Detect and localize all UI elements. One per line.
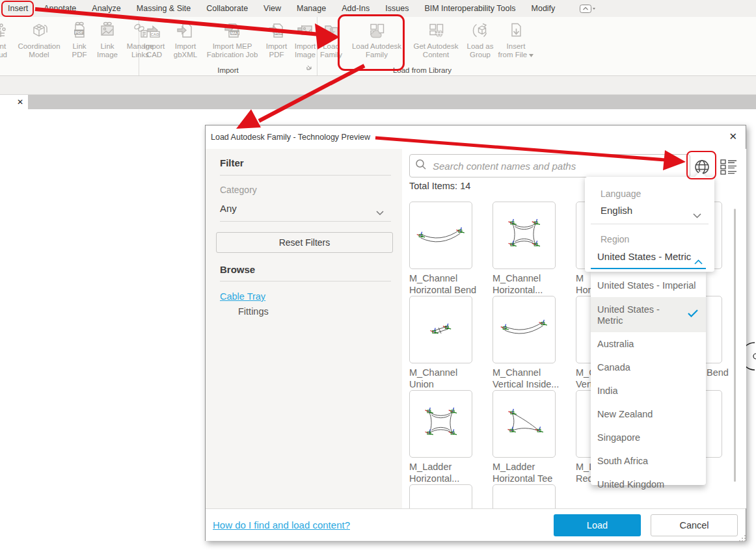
ribbon-button-import-cad[interactable]: CADImportCAD [139,19,169,59]
ribbon-button-link-image[interactable]: LinkImage [92,19,122,59]
family-card[interactable]: M_ChannelHorizontal Bend [409,202,489,296]
chevron-down-icon [376,207,384,218]
region-option-united-kingdom[interactable]: United Kingdom [591,473,706,496]
family-name-line2: Horizontal... [409,473,489,484]
ribbon-button-load-family[interactable]: LoadFamily [317,19,345,59]
language-region-popover: Language English Region United States - … [585,177,714,272]
ribbon-button-import-pdf[interactable]: PDFImportPDF [263,19,290,59]
family-name-line1: M_Channel [409,272,489,284]
total-items-label: Total Items: 14 [409,181,470,191]
tab-modify[interactable]: Modify [532,4,556,13]
browse-heading: Browse [220,264,255,275]
chevron-down-icon [693,209,701,221]
ribbon-button-import-image[interactable]: ImportImage [290,19,320,59]
family-card[interactable]: M_LadderHorizontal... [409,390,489,484]
cancel-button[interactable]: Cancel [651,514,738,536]
load-button[interactable]: Load [554,514,641,536]
ribbon-button-import-gbxml[interactable]: ImportgbXML [169,19,202,59]
family-thumbnail[interactable] [493,202,556,269]
ribbon-button-link-pdf[interactable]: PDFLinkPDF [66,19,92,59]
region-option-united-states-imperial[interactable]: United States - Imperial [591,274,706,297]
region-option-australia[interactable]: Australia [591,332,706,356]
tab-collaborate[interactable]: Collaborate [206,4,248,13]
family-thumbnail[interactable] [493,390,556,458]
tab-massing-site[interactable]: Massing & Site [137,4,191,13]
tab-annotate[interactable]: Annotate [44,4,76,13]
load-family-icon [321,19,341,42]
panel-launcher-icon[interactable] [306,61,312,73]
region-option-canada[interactable]: Canada [591,356,706,379]
family-card[interactable]: M_ChannelHorizontal... [493,202,572,296]
load-autodesk-family-icon [367,19,386,42]
region-option-south-africa[interactable]: South Africa [591,449,706,473]
family-card[interactable]: M_ChannelVertical Inside... [493,296,572,390]
help-link[interactable]: How do I find and load content? [213,519,350,530]
search-input[interactable] [431,160,684,172]
ribbon-button-load-as-group[interactable]: Load asGroup [463,19,497,59]
vertical-scrollbar[interactable] [734,209,736,482]
ribbon-button-point-cloud[interactable]: PointCloud [0,19,12,59]
region-option-singapore[interactable]: Singapore [591,426,706,449]
family-thumbnail[interactable] [409,484,472,508]
family-card[interactable]: M_ChannelUnion [409,296,489,390]
options-bar [0,76,756,95]
detail-view-icon[interactable] [720,159,737,175]
ribbon-button-insert-from-file[interactable]: Insertfrom File [497,19,535,59]
region-option-india[interactable]: India [591,379,706,402]
coordination-model-icon [29,19,49,42]
view-tab-close-icon[interactable]: ✕ [17,98,23,107]
tab-view[interactable]: View [263,4,281,13]
family-card[interactable] [409,484,489,508]
dialog-titlebar[interactable]: Load Autodesk Family - Technology Previe… [206,125,746,149]
view-tab[interactable]: ✕ [0,95,28,109]
tab-bim-interoperability-tools[interactable]: BIM Interoperability Tools [424,4,515,13]
region-options-list: United States - ImperialUnited States -M… [591,271,706,485]
reset-filters-button[interactable]: Reset Filters [216,232,393,253]
ribbon-button-load-autodesk-family[interactable]: Load AutodeskFamily [345,19,409,59]
divider [220,175,391,176]
get-autodesk-content-icon [426,19,446,42]
divider [220,281,391,282]
ribbon-button-coordination-model[interactable]: CoordinationModel [12,19,66,59]
group-label-import: Import [139,66,317,74]
resize-grip[interactable] [739,532,746,544]
family-card[interactable]: M_LadderHorizontal Tee [493,390,572,484]
region-label: Region [601,234,629,244]
dialog-close-icon[interactable]: ✕ [729,131,737,142]
search-icon [415,159,427,173]
tab-analyze[interactable]: Analyze [92,4,120,13]
family-name-line1: M_Channel [409,367,489,378]
minimize-ribbon-control[interactable] [580,5,595,13]
family-name-line1: M_Ladder [409,461,489,473]
chevron-up-icon [694,255,703,267]
tab-issues[interactable]: Issues [385,4,409,13]
region-option-new-zealand[interactable]: New Zealand [591,402,706,426]
family-name-line2: Union [409,378,489,390]
category-select[interactable]: Any [220,203,237,214]
browse-item-fittings[interactable]: Fittings [238,306,269,317]
edge-panel-handle[interactable] [745,342,756,371]
family-card[interactable] [493,484,572,508]
import-pdf-icon: PDF [267,19,286,42]
browse-link-cable-tray[interactable]: Cable Tray [220,291,265,302]
check-icon [688,309,698,319]
insert-from-file-icon [506,19,526,42]
group-label-load-from-library: Load from Library [317,66,527,74]
svg-text:PDF: PDF [75,30,83,34]
tab-add-ins[interactable]: Add-Ins [342,4,370,13]
ribbon-button-get-autodesk-content[interactable]: Get AutodeskContent [409,19,463,59]
region-select[interactable]: United States - Metric [597,251,691,262]
language-label: Language [601,189,641,199]
search-box[interactable] [409,154,690,177]
active-select-underline [591,268,706,269]
family-thumbnail[interactable] [493,484,556,508]
family-thumbnail[interactable] [409,202,472,269]
tab-insert[interactable]: Insert [8,4,28,13]
family-thumbnail[interactable] [409,296,472,363]
family-thumbnail[interactable] [409,390,472,458]
ribbon-button-import-mep-fabrication-job[interactable]: MAJImport MEPFabrication Job [202,19,263,59]
language-select[interactable]: English [601,205,632,216]
family-thumbnail[interactable] [493,296,556,363]
region-option-united-states-metric[interactable]: United States -Metric [591,297,706,332]
tab-manage[interactable]: Manage [297,4,326,13]
